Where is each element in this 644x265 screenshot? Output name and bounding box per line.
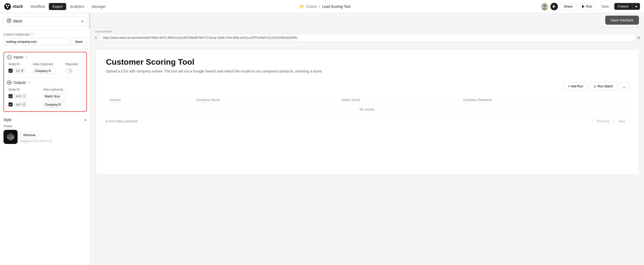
- scrollbar-handle[interactable]: [89, 13, 90, 28]
- style-header[interactable]: Style: [4, 118, 87, 122]
- run-button[interactable]: Run: [578, 3, 596, 10]
- inputs-col-alias: Alias (optional): [31, 61, 64, 67]
- output-alias-1[interactable]: [43, 102, 66, 107]
- chevron-down-icon: [635, 6, 637, 8]
- svg-point-1: [6, 5, 7, 6]
- inputs-title: Inputs: [14, 55, 23, 59]
- run-batch-button[interactable]: ▷ Run Batch: [590, 82, 617, 90]
- avatar-preview: Remove Suggested size is 64 × 64: [4, 130, 87, 144]
- outputs-info-icon[interactable]: ⓘ: [28, 81, 31, 85]
- next-button[interactable]: Next: [614, 118, 629, 125]
- outputs-col-nodeid: Node ID: [7, 87, 42, 92]
- url-copy-icon[interactable]: ⧉: [637, 35, 640, 40]
- tool-title: Customer Scoring Tool: [106, 57, 629, 67]
- tab-export[interactable]: Export: [49, 3, 66, 10]
- svg-point-5: [542, 8, 547, 10]
- main-content: Save Interface User Interface ↻ ⧉ Custom…: [91, 13, 644, 265]
- subdomain-section: Custom subdomain ⓘ Save: [0, 29, 90, 49]
- save-interface-button[interactable]: Save Interface: [605, 16, 639, 25]
- svg-marker-6: [553, 5, 555, 8]
- previous-button[interactable]: Previous: [593, 118, 614, 125]
- batch-selector[interactable]: Batch: [4, 16, 87, 26]
- col-actions: Actions: [106, 95, 192, 104]
- tab-manager[interactable]: Manager: [88, 3, 109, 10]
- svg-point-13: [9, 82, 10, 83]
- pagination-buttons: Previous Next: [593, 118, 629, 125]
- main-layout: Batch Custom subdomain ⓘ Save: [0, 13, 644, 265]
- input-alias-0[interactable]: [33, 68, 56, 74]
- preview-area: Customer Scoring Tool Upload a CSV with …: [91, 44, 644, 265]
- sidebar: Batch Custom subdomain ⓘ Save: [0, 13, 91, 265]
- save-interface-bar: Save Interface: [91, 13, 644, 27]
- avatar-hint: Suggested size is 64 × 64: [20, 139, 52, 142]
- input-node-id-0: in-0: [14, 68, 25, 73]
- run-icon: [582, 5, 585, 8]
- tab-workflow[interactable]: Workflow: [27, 3, 48, 10]
- subdomain-input[interactable]: [4, 38, 69, 46]
- publish-chevron-button[interactable]: [632, 3, 640, 10]
- batch-selector-chevron: [81, 19, 84, 23]
- share-button[interactable]: Share: [560, 3, 576, 10]
- output-checkbox-0[interactable]: [9, 94, 13, 98]
- svg-point-2: [8, 5, 9, 6]
- outputs-table: Node ID Alias (optional) out-1: [7, 87, 83, 109]
- save-button[interactable]: Save: [598, 3, 613, 10]
- svg-marker-16: [84, 119, 87, 121]
- inputs-header: Inputs ⓘ: [7, 55, 83, 59]
- outputs-header: Outputs ⓘ: [7, 80, 83, 85]
- outputs-col-alias: Alias (optional): [42, 87, 83, 92]
- io-section: Inputs ⓘ Node ID Alias (optional) Requir…: [4, 52, 87, 112]
- subdomain-save-button[interactable]: Save: [71, 38, 87, 46]
- breadcrumb-folder[interactable]: Guides: [306, 5, 317, 9]
- avatar-label: Avatar: [4, 124, 87, 128]
- output-checkbox-1[interactable]: [9, 102, 13, 106]
- results-table: Actions Company Name Match Score Company…: [106, 95, 629, 115]
- inputs-table: Node ID Alias (optional) Required in-0: [7, 61, 83, 75]
- style-title: Style: [4, 118, 11, 122]
- subdomain-info-icon[interactable]: ⓘ: [30, 32, 33, 36]
- output-alias-0[interactable]: [43, 94, 66, 99]
- remove-avatar-button[interactable]: Remove: [20, 132, 39, 138]
- results-table-header: Actions Company Name Match Score Company…: [106, 95, 629, 104]
- batch-section: Batch: [0, 13, 90, 29]
- tab-analytics[interactable]: Analytics: [67, 3, 88, 10]
- avatar-image-preview: [6, 132, 16, 142]
- add-run-button[interactable]: + Add Run: [563, 82, 587, 90]
- tool-description: Upload a CSV with company names. The too…: [106, 69, 629, 74]
- logo-icon: [4, 3, 11, 10]
- no-results-label: No results.: [106, 104, 629, 115]
- style-chevron-icon: [84, 119, 87, 121]
- outputs-row-0: out-1: [7, 92, 83, 101]
- url-input[interactable]: [100, 34, 635, 42]
- check-icon: [9, 69, 12, 72]
- check-icon: [9, 103, 12, 106]
- inputs-icon: [7, 55, 12, 59]
- inputs-block: Inputs ⓘ Node ID Alias (optional) Requir…: [4, 52, 86, 78]
- folder-icon: 📁: [300, 5, 304, 9]
- svg-point-3: [7, 7, 8, 8]
- avatar-box: [4, 130, 18, 144]
- inputs-info-icon[interactable]: ⓘ: [25, 55, 28, 59]
- inputs-col-nodeid: Node ID: [7, 61, 31, 67]
- topnav-actions: Share Run Save Publish: [541, 3, 640, 10]
- publish-button[interactable]: Publish: [614, 3, 632, 10]
- user-avatar[interactable]: [541, 3, 548, 10]
- table-footer: 0 of 0 row(s) selected. Previous Next: [106, 118, 629, 125]
- input-required-toggle-0[interactable]: [65, 69, 72, 73]
- avatar-actions: Remove Suggested size is 64 × 64: [20, 132, 52, 142]
- url-refresh-icon[interactable]: ↻: [95, 36, 98, 40]
- url-bar-label: User Interface: [95, 30, 640, 33]
- col-company-name: Company Name: [192, 95, 338, 104]
- input-checkbox-0[interactable]: [9, 69, 13, 73]
- breadcrumb-separator: /: [319, 5, 320, 9]
- selection-count: 0 of 0 row(s) selected.: [106, 119, 138, 123]
- svg-marker-7: [582, 5, 585, 8]
- play-icon-button[interactable]: [550, 3, 558, 10]
- url-bar-row: ↻ ⧉: [95, 34, 640, 42]
- col-match-score: Match Score: [338, 95, 459, 104]
- inputs-row-0: in-0: [7, 67, 83, 75]
- empty-results-row: No results.: [106, 104, 629, 115]
- more-options-button[interactable]: ...: [620, 82, 629, 90]
- publish-group: Publish: [614, 3, 640, 10]
- url-bar-section: User Interface ↻ ⧉: [91, 27, 644, 44]
